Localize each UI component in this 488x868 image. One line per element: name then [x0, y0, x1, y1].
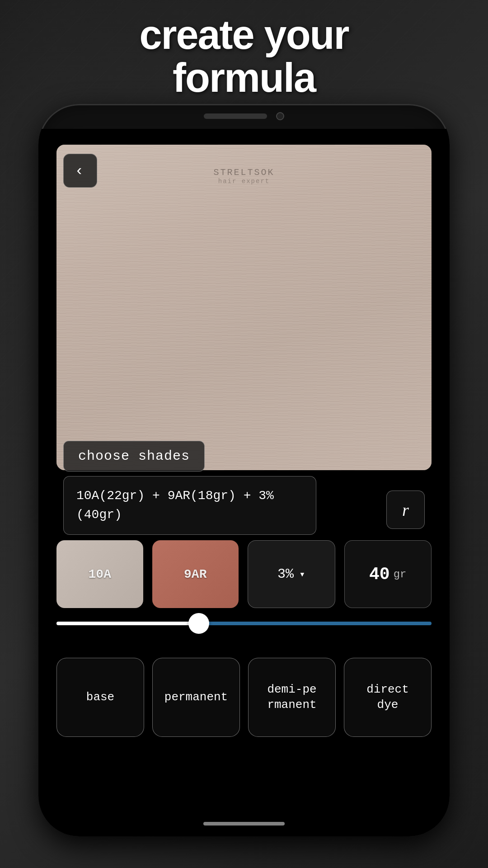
page-title: create your formula — [0, 14, 488, 99]
r-button[interactable]: r — [386, 491, 425, 529]
hair-color-overlay — [56, 145, 432, 470]
shade-row: 10A 9AR 3% ▾ 40 gr — [56, 540, 432, 608]
phone-notch — [204, 112, 284, 120]
title-line2: formula — [173, 55, 315, 100]
choose-shades-label: choose shades — [78, 448, 190, 464]
phone-frame: streltsok hair expert ‹ choose shades 10… — [38, 104, 450, 836]
gr-unit: gr — [394, 568, 407, 580]
page-title-area: create your formula — [0, 14, 488, 99]
demi-permanent-button[interactable]: demi-permanent — [248, 658, 336, 737]
direct-dye-button[interactable]: directdye — [344, 658, 432, 737]
bottom-buttons: base permanent demi-permanent directdye — [56, 658, 432, 737]
back-button[interactable]: ‹ — [63, 154, 97, 188]
hair-texture — [56, 145, 432, 470]
title-line1: create your — [139, 12, 348, 57]
slider-track — [56, 622, 432, 625]
permanent-button-label: permanent — [164, 690, 228, 705]
phone-speaker — [204, 113, 267, 119]
slider-thumb[interactable] — [188, 613, 209, 634]
shade-10a-label: 10A — [89, 567, 111, 581]
phone-camera — [276, 112, 284, 120]
shade-swatch-9ar[interactable]: 9AR — [152, 540, 239, 608]
phone-screen: streltsok hair expert ‹ choose shades 10… — [38, 129, 450, 836]
demi-permanent-label: demi-permanent — [267, 682, 316, 713]
formula-text: 10A(22gr) + 9AR(18gr) + 3%(40gr) — [76, 489, 274, 522]
direct-dye-label: directdye — [366, 682, 409, 713]
percent-dropdown[interactable]: 3% ▾ — [248, 540, 335, 608]
formula-box: 10A(22gr) + 9AR(18gr) + 3%(40gr) — [63, 476, 316, 535]
shade-9ar-label: 9AR — [184, 567, 206, 581]
gr-box[interactable]: 40 gr — [344, 540, 432, 608]
brand-name: streltsok — [213, 167, 274, 178]
shade-swatch-10a[interactable]: 10A — [56, 540, 143, 608]
r-button-label: r — [402, 500, 409, 520]
back-chevron-icon: ‹ — [75, 163, 84, 179]
gr-number: 40 — [369, 565, 390, 584]
base-button-label: base — [86, 690, 114, 705]
choose-shades-button[interactable]: choose shades — [63, 441, 205, 472]
brand-subtitle: hair expert — [213, 178, 274, 185]
permanent-button[interactable]: permanent — [152, 658, 240, 737]
hair-image: streltsok hair expert — [56, 145, 432, 470]
dropdown-arrow-icon: ▾ — [299, 568, 305, 580]
brand-watermark: streltsok hair expert — [213, 167, 274, 185]
base-button[interactable]: base — [56, 658, 144, 737]
home-indicator — [203, 822, 285, 826]
slider-container[interactable] — [56, 622, 432, 625]
percent-value: 3% — [277, 566, 294, 582]
